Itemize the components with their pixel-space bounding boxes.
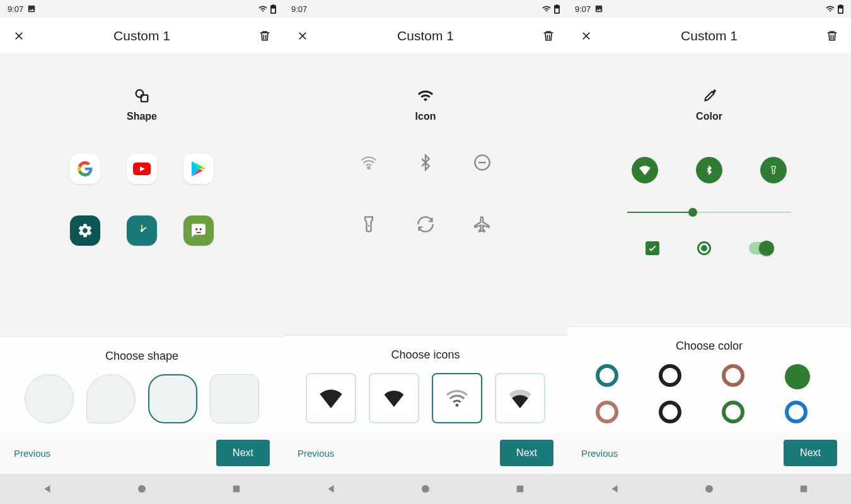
battery-status-icon xyxy=(838,4,843,14)
wifi-section-icon xyxy=(415,86,436,106)
svg-point-8 xyxy=(200,228,202,230)
color-option-brown[interactable] xyxy=(722,364,744,387)
footer: Previous Next xyxy=(567,432,851,474)
bluetooth-icon xyxy=(417,154,434,171)
page-title: Custom 1 xyxy=(310,28,541,43)
status-bar: 9:07 xyxy=(567,0,851,18)
chooser-title: Choose color xyxy=(676,340,743,353)
page-title: Custom 1 xyxy=(26,28,257,43)
color-option-black[interactable] xyxy=(659,364,681,387)
color-option-green-selected[interactable] xyxy=(785,364,810,389)
icon-option-4[interactable] xyxy=(495,373,545,423)
color-option-salmon[interactable] xyxy=(596,401,618,423)
messages-icon xyxy=(183,215,214,246)
nav-bar xyxy=(567,474,851,504)
delete-button[interactable] xyxy=(257,28,272,43)
home-nav-icon[interactable] xyxy=(136,483,148,495)
svg-point-9 xyxy=(138,485,146,493)
back-nav-icon[interactable] xyxy=(42,483,53,495)
recent-nav-icon[interactable] xyxy=(231,483,242,495)
home-nav-icon[interactable] xyxy=(703,483,715,495)
airplane-icon xyxy=(473,215,491,233)
close-button[interactable] xyxy=(11,28,26,43)
close-button[interactable] xyxy=(295,28,310,43)
icon-option-3[interactable] xyxy=(432,373,482,423)
shape-option-teardrop[interactable] xyxy=(86,374,136,423)
color-option-black2[interactable] xyxy=(659,401,681,423)
back-nav-icon[interactable] xyxy=(325,483,337,495)
status-bar: 9:07 xyxy=(0,0,284,18)
wifi-status-icon xyxy=(258,4,268,13)
shape-option-squircle[interactable] xyxy=(148,374,197,423)
recent-nav-icon[interactable] xyxy=(514,483,526,495)
section-title: Color xyxy=(696,111,722,122)
slider[interactable] xyxy=(627,212,791,213)
image-icon xyxy=(594,4,603,13)
chooser-shape: Choose shape xyxy=(0,336,284,432)
color-option-green[interactable] xyxy=(722,401,744,423)
shape-option-circle[interactable] xyxy=(25,374,74,423)
settings-icon xyxy=(70,215,100,246)
svg-point-17 xyxy=(705,485,713,493)
dnd-icon xyxy=(473,154,491,171)
wifi-status-icon xyxy=(541,4,552,13)
previous-button[interactable]: Previous xyxy=(581,448,618,459)
back-nav-icon[interactable] xyxy=(609,483,620,495)
youtube-icon xyxy=(127,154,157,184)
shape-section-icon xyxy=(132,86,152,106)
checkbox[interactable] xyxy=(645,241,659,255)
shape-option-rounded[interactable] xyxy=(210,374,259,423)
section-title: Icon xyxy=(415,111,436,122)
delete-button[interactable] xyxy=(541,28,556,43)
svg-point-0 xyxy=(136,90,144,98)
flashlight-tile-icon xyxy=(760,157,787,183)
color-option-teal[interactable] xyxy=(596,364,618,387)
wifi-tile-icon xyxy=(632,157,658,183)
header: Custom 1 xyxy=(0,18,284,54)
image-icon xyxy=(27,4,36,13)
recent-nav-icon[interactable] xyxy=(798,483,809,495)
panel-color: 9:07 Custom 1 Color xyxy=(567,0,851,504)
svg-rect-16 xyxy=(517,486,524,493)
preview-area-color: Color xyxy=(567,54,851,326)
nav-bar xyxy=(0,474,284,504)
toggle[interactable] xyxy=(749,242,773,255)
svg-point-11 xyxy=(368,166,370,169)
next-button[interactable]: Next xyxy=(784,440,837,466)
slider-thumb[interactable] xyxy=(688,208,697,217)
status-time: 9:07 xyxy=(575,4,591,14)
google-icon xyxy=(70,154,100,184)
svg-point-6 xyxy=(141,229,143,232)
next-button[interactable]: Next xyxy=(216,440,270,466)
radio[interactable] xyxy=(697,241,711,255)
battery-status-icon xyxy=(270,4,276,14)
eyedropper-icon xyxy=(699,86,719,106)
status-time: 9:07 xyxy=(8,4,23,14)
color-option-blue[interactable] xyxy=(785,401,808,423)
page-title: Custom 1 xyxy=(594,28,825,43)
close-button[interactable] xyxy=(579,28,594,43)
nav-bar xyxy=(284,474,567,504)
previous-button[interactable]: Previous xyxy=(14,448,50,459)
panel-icon: 9:07 Custom 1 Icon Choose icons xyxy=(284,0,567,504)
status-time: 9:07 xyxy=(291,4,307,14)
preview-area-shape: Shape xyxy=(0,54,284,336)
header: Custom 1 xyxy=(284,18,567,54)
status-bar: 9:07 xyxy=(284,0,567,18)
icon-option-2[interactable] xyxy=(369,373,419,423)
icon-option-1[interactable] xyxy=(306,373,356,423)
next-button[interactable]: Next xyxy=(500,440,553,466)
chooser-title: Choose icons xyxy=(391,348,460,362)
footer: Previous Next xyxy=(284,432,567,474)
chooser-icon: Choose icons xyxy=(284,335,567,432)
previous-button[interactable]: Previous xyxy=(298,448,334,459)
flashlight-icon xyxy=(360,215,378,233)
battery-status-icon xyxy=(554,4,560,14)
chooser-color: Choose color xyxy=(567,326,851,432)
bluetooth-tile-icon xyxy=(696,157,722,183)
preview-area-icon: Icon xyxy=(284,54,567,335)
delete-button[interactable] xyxy=(825,28,840,43)
sync-icon xyxy=(417,215,434,233)
home-nav-icon[interactable] xyxy=(420,483,431,495)
wifi-icon xyxy=(360,154,378,171)
